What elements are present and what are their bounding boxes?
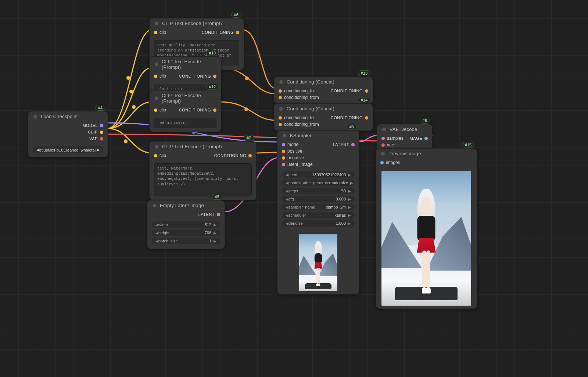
node-empty-latent-image[interactable]: #5 Empty Latent Image LATENT ◀width512▶ … <box>147 200 225 249</box>
prompt-text[interactable]: text, watermark, embedding:EasyNegativeV… <box>154 163 252 196</box>
node-title: CLIP Text Encode (Prompt) <box>162 144 222 149</box>
node-title: Conditioning (Concat) <box>287 79 334 85</box>
output-model[interactable]: MODEL <box>82 123 98 128</box>
svg-point-0 <box>126 76 130 80</box>
input-conditioning-from[interactable]: conditioning_from <box>284 122 319 127</box>
control-after-generate-widget[interactable]: ◀control_after_generaterandomize▶ <box>282 179 355 186</box>
collapse-dot-icon[interactable] <box>153 204 156 207</box>
node-clip-text-encode-7[interactable]: #7 CLIP Text Encode (Prompt) clip CONDIT… <box>149 141 257 200</box>
node-badge: #6 <box>231 12 241 18</box>
collapse-dot-icon[interactable] <box>382 128 386 131</box>
ksampler-preview-thumbnail <box>299 234 337 291</box>
node-title: Conditioning (Concat) <box>287 106 334 111</box>
input-vae[interactable]: vae <box>387 142 394 147</box>
node-badge: #4 <box>95 105 105 111</box>
node-title: VAE Decode <box>390 127 417 132</box>
node-badge: #5 <box>212 194 222 200</box>
chevron-left-icon: ◀ <box>36 147 39 152</box>
collapse-dot-icon[interactable] <box>279 107 283 111</box>
collapse-dot-icon[interactable] <box>155 96 158 100</box>
collapse-dot-icon[interactable] <box>33 115 37 118</box>
node-title: CLIP Text Encode (Prompt) <box>162 21 222 26</box>
collapse-dot-icon[interactable] <box>155 22 158 25</box>
steps-widget[interactable]: ◀steps50▶ <box>282 188 355 194</box>
output-conditioning[interactable]: CONDITIONING <box>214 153 246 158</box>
input-conditioning-to[interactable]: conditioning_to <box>284 115 314 120</box>
input-samples[interactable]: samples <box>387 136 404 141</box>
scheduler-widget[interactable]: ◀schedulerkarras▶ <box>282 212 355 218</box>
input-latent-image[interactable]: latent_image <box>287 162 313 167</box>
seed-widget[interactable]: ◀seed130370521922400▶ <box>282 171 355 178</box>
node-title: Load Checkpoint <box>41 114 78 119</box>
batch-size-widget[interactable]: ◀batch_size1▶ <box>152 238 220 244</box>
height-widget[interactable]: ◀height768▶ <box>152 230 220 236</box>
input-clip[interactable]: clip <box>159 30 166 35</box>
output-conditioning[interactable]: CONDITIONING <box>179 74 211 78</box>
output-latent[interactable]: LATENT <box>198 212 215 217</box>
input-negative[interactable]: negative <box>287 155 304 160</box>
node-title: Empty Latent Image <box>160 203 204 208</box>
node-badge: #7 <box>244 135 254 141</box>
input-clip[interactable]: clip <box>159 74 166 79</box>
collapse-dot-icon[interactable] <box>155 145 158 149</box>
node-badge: #14 <box>358 97 370 103</box>
node-load-checkpoint[interactable]: #4 Load Checkpoint MODEL CLIP VAE ◀ etlu… <box>28 111 108 157</box>
ckpt-name-value: etlusMixFp16Cleaned_whalefall2.safetenso… <box>39 148 97 152</box>
denoise-widget[interactable]: ◀denoise1.000▶ <box>282 220 355 227</box>
svg-point-6 <box>244 107 248 111</box>
prompt-text[interactable]: red miniskirt <box>154 118 216 128</box>
node-ksampler[interactable]: #3 KSampler model LATENT positive negati… <box>277 130 359 295</box>
ckpt-name-combo[interactable]: ◀ etlusMixFp16Cleaned_whalefall2.safeten… <box>33 146 103 153</box>
svg-point-1 <box>129 90 133 93</box>
input-conditioning-from[interactable]: conditioning_from <box>284 95 319 100</box>
node-title: KSampler <box>290 133 312 138</box>
collapse-dot-icon[interactable] <box>279 80 283 84</box>
output-latent[interactable]: LATENT <box>333 142 349 147</box>
collapse-dot-icon[interactable] <box>283 134 286 138</box>
sampler-name-widget[interactable]: ◀sampler_namedpmpp_2m▶ <box>282 204 355 210</box>
node-conditioning-concat-14[interactable]: #14 Conditioning (Concat) conditioning_t… <box>274 103 373 131</box>
input-positive[interactable]: positive <box>287 149 302 154</box>
preview-output-image[interactable] <box>381 171 471 306</box>
width-widget[interactable]: ◀width512▶ <box>152 221 220 228</box>
collapse-dot-icon[interactable] <box>381 152 385 156</box>
input-clip[interactable]: clip <box>159 153 166 158</box>
node-vae-decode[interactable]: #8 VAE Decode samples IMAGE vae <box>377 124 433 152</box>
svg-point-5 <box>245 77 249 80</box>
node-badge: #13 <box>358 70 370 76</box>
node-clip-text-encode-12[interactable]: #12 CLIP Text Encode (Prompt) clip CONDI… <box>149 90 221 132</box>
node-preview-image[interactable]: #15 Preview Image images <box>376 148 477 309</box>
svg-point-2 <box>132 105 136 109</box>
output-conditioning[interactable]: CONDITIONING <box>331 115 363 120</box>
output-clip[interactable]: CLIP <box>88 130 98 134</box>
output-conditioning[interactable]: CONDITIONING <box>331 89 363 93</box>
node-header[interactable]: Load Checkpoint <box>28 111 108 121</box>
input-clip[interactable]: clip <box>159 107 166 113</box>
node-badge: #10 <box>206 50 219 56</box>
output-image[interactable]: IMAGE <box>408 136 422 141</box>
chevron-right-icon: ▶ <box>97 147 100 152</box>
output-conditioning[interactable]: CONDITIONING <box>202 30 234 35</box>
input-conditioning-to[interactable]: conditioning_to <box>284 88 314 93</box>
node-badge: #8 <box>420 118 430 124</box>
node-badge: #15 <box>462 142 474 148</box>
node-title: CLIP Text Encode (Prompt) <box>162 93 216 104</box>
input-images[interactable]: images <box>386 160 400 165</box>
cfg-widget[interactable]: ◀cfg9.000▶ <box>282 196 355 202</box>
output-vae[interactable]: VAE <box>89 136 98 141</box>
collapse-dot-icon[interactable] <box>155 63 158 66</box>
node-badge: #3 <box>347 124 357 130</box>
svg-point-3 <box>124 139 128 143</box>
node-title: CLIP Text Encode (Prompt) <box>162 59 216 70</box>
input-model[interactable]: model <box>287 142 300 147</box>
node-badge: #12 <box>206 84 219 90</box>
output-conditioning[interactable]: CONDITIONING <box>179 108 211 112</box>
node-title: Preview Image <box>388 151 421 156</box>
